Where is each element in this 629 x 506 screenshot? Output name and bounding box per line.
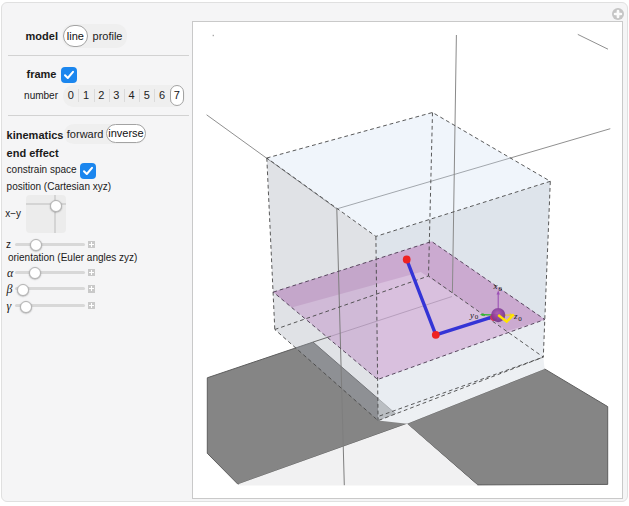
- svg-text:y: y: [469, 310, 474, 320]
- svg-text:0: 0: [475, 313, 479, 321]
- svg-text:0: 0: [498, 285, 502, 293]
- svg-text:0: 0: [518, 315, 522, 323]
- svg-text:x: x: [493, 281, 498, 291]
